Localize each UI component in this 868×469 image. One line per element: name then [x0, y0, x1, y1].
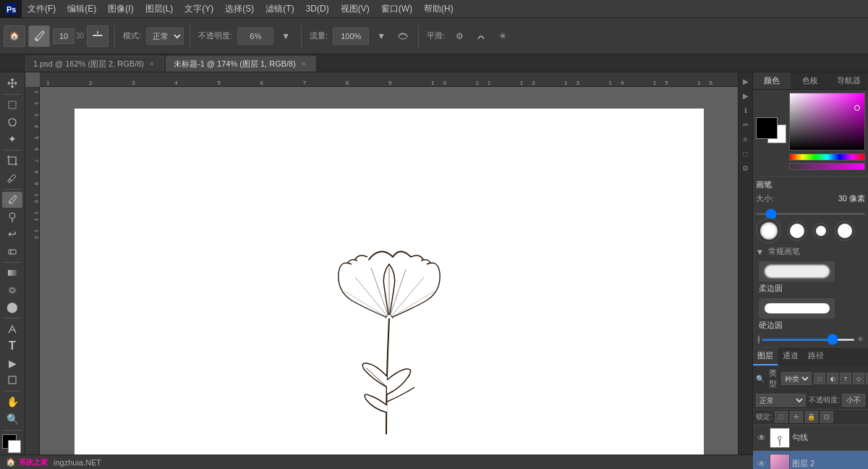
text-tool[interactable]: T [2, 338, 22, 354]
layer-name-2: 图层 2 [792, 458, 814, 469]
opacity-value-input[interactable] [842, 394, 865, 407]
svg-point-12 [10, 288, 14, 292]
menu-text[interactable]: 文字(Y) [179, 0, 219, 17]
hand-tool[interactable]: ✋ [2, 394, 22, 410]
canvas-content[interactable] [40, 87, 738, 455]
clone-stamp-tool[interactable] [2, 209, 22, 225]
filter-type-btn[interactable]: T [840, 373, 851, 384]
home-button[interactable]: 🏠 [4, 25, 25, 47]
menu-help[interactable]: 帮助(H) [418, 0, 459, 17]
magic-wand-tool[interactable]: ✦ [2, 131, 22, 147]
layer-item-2[interactable]: 👁 图层 2 [753, 451, 868, 469]
menu-select[interactable]: 选择(S) [219, 0, 260, 17]
opacity-input[interactable] [237, 28, 273, 45]
menu-3d[interactable]: 3D(D) [300, 0, 335, 17]
brush-preset-2[interactable] [787, 221, 807, 241]
tab-swatches[interactable]: 色板 [791, 72, 830, 89]
layer-item-outline[interactable]: 👁 勾线 [753, 425, 868, 451]
background-color[interactable] [8, 440, 21, 453]
tab-0[interactable]: 1.psd @ 162% (图层 2, RGB/8) × [25, 56, 164, 72]
menu-image[interactable]: 图像(I) [102, 0, 139, 17]
color-alpha-slider[interactable] [789, 163, 865, 170]
opacity-options-btn[interactable]: ▼ [276, 27, 295, 46]
tab-0-close[interactable]: × [148, 60, 156, 69]
pressure-toggle-btn[interactable] [472, 27, 490, 46]
smoothing-settings-btn[interactable]: ⚙ [450, 27, 469, 46]
blur-tool[interactable] [2, 282, 22, 298]
brush-preset-3[interactable] [813, 223, 829, 239]
brush-preset-4[interactable] [835, 221, 855, 241]
tab-channels[interactable]: 通道 [778, 347, 804, 366]
color-hue-slider[interactable] [789, 153, 865, 161]
eyedropper-tool[interactable] [2, 170, 22, 186]
marquee-tool[interactable] [2, 97, 22, 113]
brush-item-hard[interactable]: 硬边圆 [756, 297, 865, 332]
gradient-tool[interactable] [2, 265, 22, 281]
path-selection-tool[interactable]: ▶ [2, 355, 22, 371]
menu-window[interactable]: 窗口(W) [375, 0, 418, 17]
tab-layers[interactable]: 图层 [753, 347, 778, 366]
menu-edit[interactable]: 编辑(E) [61, 0, 102, 17]
tab-1[interactable]: 未标题-1 @ 174% (图层 1, RGB/8) × [166, 56, 316, 72]
flow-options-btn[interactable]: ▼ [372, 27, 391, 46]
layer-opacity-row: 不透明度: [809, 394, 865, 407]
dodge-tool[interactable]: ⬤ [2, 299, 22, 315]
layer-mode-select[interactable]: 正常 [756, 394, 806, 407]
right-icon-3[interactable]: ℹ [740, 104, 752, 116]
layer-type-select[interactable]: 种类 [781, 372, 812, 385]
lock-pixels-btn[interactable]: □ [775, 411, 788, 423]
layer-vis-2[interactable]: 👁 [756, 458, 767, 470]
brush-size-slider[interactable] [756, 213, 865, 215]
brush-preset-1[interactable] [756, 218, 781, 243]
color-gradient-picker[interactable] [789, 93, 865, 151]
filter-shape-btn[interactable]: ◇ [853, 373, 864, 384]
pen-tool[interactable] [2, 321, 22, 337]
tab-color[interactable]: 颜色 [753, 72, 791, 89]
layer-vis-outline[interactable]: 👁 [756, 432, 767, 444]
layer-mode-row: 正常 不透明度: [753, 392, 868, 410]
color-swatches[interactable] [2, 434, 22, 450]
pressure-btn[interactable] [393, 27, 412, 46]
brush-panel-title: 画笔 [756, 179, 865, 190]
menu-file[interactable]: 文件(F) [22, 0, 61, 17]
sep4 [418, 25, 419, 47]
menu-view[interactable]: 视图(V) [335, 0, 375, 17]
crop-tool[interactable] [2, 153, 22, 169]
mode-select[interactable]: 正常 [146, 28, 184, 45]
flow-input[interactable] [333, 28, 369, 45]
fg-color-swatch[interactable] [756, 117, 778, 139]
right-icon-2[interactable]: ▶ [740, 90, 752, 101]
tab-paths[interactable]: 路径 [804, 347, 829, 366]
right-icon-1[interactable]: ▶ [740, 75, 752, 87]
menu-layer[interactable]: 图层(L) [140, 0, 179, 17]
lock-position-btn[interactable]: ✛ [790, 411, 803, 423]
brush-settings-btn[interactable] [87, 25, 109, 47]
brush-item-soft[interactable]: 柔边圆 [756, 260, 865, 295]
tab-1-close[interactable]: × [299, 60, 308, 69]
filter-pixel-btn[interactable]: □ [814, 373, 825, 384]
brush-tool-btn[interactable] [28, 25, 50, 47]
right-icon-7[interactable]: ⚙ [740, 162, 752, 174]
brush-opacity-slider[interactable] [762, 339, 855, 341]
menu-filter[interactable]: 滤镜(T) [260, 0, 299, 17]
brush-category-header[interactable]: ▼ 常规画笔 [756, 246, 865, 257]
zoom-tool[interactable]: 🔍 [2, 411, 22, 427]
lock-all-btn[interactable]: 🔒 [805, 411, 818, 423]
brush-preset-row [756, 218, 865, 243]
lasso-tool[interactable] [2, 114, 22, 130]
lock-artboard-btn[interactable]: ⊡ [820, 411, 833, 423]
brush-size-input[interactable] [53, 28, 75, 44]
shape-tool[interactable] [2, 372, 22, 388]
brush-tool[interactable] [2, 192, 22, 208]
brush-panel: 画笔 大小: 30 像素 [753, 176, 868, 347]
filter-adj-btn[interactable]: ◐ [827, 373, 838, 384]
tab-navigator[interactable]: 导航器 [830, 72, 868, 89]
eraser-tool[interactable] [2, 243, 22, 259]
symmetry-btn[interactable]: ✳ [493, 27, 512, 46]
right-icon-4[interactable]: ✏ [740, 119, 752, 130]
flower-drawing [288, 174, 490, 449]
right-icon-5[interactable]: ≡ [740, 133, 752, 145]
move-tool[interactable] [2, 75, 22, 91]
right-icon-6[interactable]: □ [740, 148, 752, 159]
history-brush-tool[interactable]: ↩ [2, 227, 22, 242]
